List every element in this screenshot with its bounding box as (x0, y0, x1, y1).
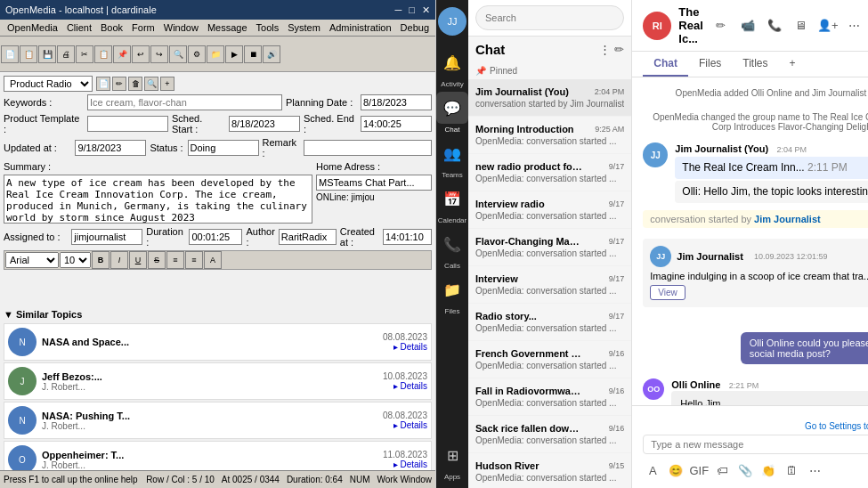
sidebar-item-chat[interactable]: 💬 Chat (436, 92, 468, 134)
author-input[interactable] (279, 229, 337, 245)
menu-debug[interactable]: Debug (397, 21, 433, 34)
strikethrough-btn[interactable]: S (148, 251, 166, 269)
more-icon[interactable]: ⋯ (805, 460, 824, 480)
user-avatar[interactable]: JJ (438, 7, 466, 36)
font-select[interactable]: Arial (5, 252, 59, 268)
align-center-btn[interactable]: ≡ (185, 251, 203, 269)
align-left-btn[interactable]: ≡ (166, 251, 184, 269)
toolbar-btn-7[interactable]: 📌 (113, 45, 131, 63)
emoji-icon[interactable]: 😊 (666, 460, 685, 480)
menu-openMedia[interactable]: OpenMedia (4, 21, 61, 34)
menu-admin[interactable]: Administration (326, 21, 395, 34)
sidebar-item-files[interactable]: 📁 Files (436, 273, 468, 315)
toolbar-btn-6[interactable]: 📋 (94, 45, 112, 63)
chat-item-morning[interactable]: Morning Introduction 9:25 AM OpenMedia: … (468, 117, 631, 154)
toolbar-btn-5[interactable]: ✂ (76, 45, 93, 63)
new-chat-icon[interactable]: ✏ (614, 43, 624, 56)
topic-item-opp[interactable]: O Oppenheimer: T... J. Robert... 11.08.2… (4, 441, 432, 470)
assigned-input[interactable] (71, 229, 142, 245)
activate-windows-link[interactable]: Go to Settings to activate Windows. (805, 421, 868, 431)
remark-input[interactable] (304, 140, 432, 156)
attach-icon[interactable]: 📎 (735, 460, 755, 480)
tab-chat[interactable]: Chat (643, 52, 688, 77)
toolbar-btn-4[interactable]: 🖨 (57, 45, 75, 63)
updated-input[interactable] (75, 140, 146, 156)
more-format-btn[interactable]: A (204, 251, 222, 269)
sidebar-item-activity[interactable]: 🔔 Activity (436, 46, 468, 88)
chat-item-radiostory[interactable]: Radio story... 9/17 OpenMedia: conversat… (468, 304, 631, 341)
menu-message[interactable]: Message (204, 21, 251, 34)
tab-add[interactable]: + (779, 52, 807, 77)
details-link-opp[interactable]: ▸ Details (393, 460, 427, 469)
product-type-select[interactable]: Product Radio (4, 76, 93, 92)
details-link-nasa[interactable]: ▸ Details (393, 342, 427, 352)
product-action-2[interactable]: ✏ (112, 77, 126, 91)
minimize-icon[interactable]: ─ (395, 4, 402, 16)
product-action-5[interactable]: + (160, 77, 174, 91)
chat-item-radio[interactable]: new radio product for ice ... 9/17 OpenM… (468, 154, 631, 191)
tab-titles[interactable]: Titles (732, 52, 778, 77)
menu-system[interactable]: System (284, 21, 324, 34)
details-link-nasa2[interactable]: ▸ Details (393, 420, 427, 430)
gif-icon[interactable]: GIF (689, 460, 709, 480)
toolbar-btn-13[interactable]: ▶ (225, 45, 243, 63)
maximize-icon[interactable]: □ (409, 4, 415, 16)
tab-files[interactable]: Files (688, 52, 732, 77)
product-action-1[interactable]: 📄 (96, 77, 110, 91)
message-input[interactable] (651, 439, 868, 450)
toolbar-btn-15[interactable]: 🔊 (263, 45, 280, 63)
phone-icon[interactable]: 📞 (764, 15, 785, 37)
menu-client[interactable]: Client (63, 21, 95, 34)
chat-item-french[interactable]: French Government to Pr... 9/16 OpenMedi… (468, 341, 631, 378)
praise-icon[interactable]: 👏 (758, 460, 778, 480)
sidebar-item-apps[interactable]: ⊞ Apps (436, 439, 468, 481)
status-input[interactable] (188, 140, 259, 156)
keywords-input[interactable] (87, 94, 282, 110)
home-address-input[interactable] (316, 175, 432, 191)
toolbar-btn-8[interactable]: ↩ (132, 45, 150, 63)
sched-start-input[interactable] (229, 116, 300, 132)
underline-btn[interactable]: U (129, 251, 147, 269)
menu-tools[interactable]: Tools (253, 21, 283, 34)
chat-item-fall[interactable]: Fall in Radiovormwald Ang... 9/16 OpenMe… (468, 378, 631, 416)
topic-item-nasa2[interactable]: N NASA: Pushing T... J. Robert... 08.08.… (4, 402, 432, 439)
summary-textarea[interactable]: A new type of ice cream has been develop… (4, 175, 312, 224)
toolbar-btn-14[interactable]: ⏹ (244, 45, 262, 63)
sidebar-item-teams[interactable]: 👥 Teams (436, 137, 468, 179)
close-icon[interactable]: ✕ (422, 4, 430, 16)
toolbar-btn-11[interactable]: ⚙ (188, 45, 206, 63)
created-input[interactable] (383, 229, 432, 245)
video-icon[interactable]: 📹 (737, 15, 758, 37)
chat-item-jim[interactable]: Jim Journalist (You) 2:04 PM conversatio… (468, 79, 631, 117)
chat-item-flavor[interactable]: Flavor-Changing Magic T... 9/17 OpenMedi… (468, 229, 631, 266)
sidebar-item-calendar[interactable]: 📅 Calendar (436, 183, 468, 224)
sticker-icon[interactable]: 🏷 (712, 460, 732, 480)
topic-item-nasa[interactable]: N NASA and Space... 08.08.2023 ▸ Details (4, 323, 432, 361)
toolbar-btn-12[interactable]: 📁 (207, 45, 224, 63)
teams-search-input[interactable] (475, 5, 624, 30)
schedule-icon[interactable]: 🗓 (782, 460, 801, 480)
add-people-icon[interactable]: 👤+ (817, 15, 839, 37)
more-options-icon[interactable]: ⋯ (844, 15, 865, 37)
menu-form[interactable]: Form (128, 21, 158, 34)
menu-window[interactable]: Window (160, 21, 202, 34)
toolbar-btn-3[interactable]: 💾 (38, 45, 56, 63)
sched-end-input[interactable] (361, 116, 432, 132)
bold-btn[interactable]: B (92, 251, 110, 269)
toolbar-btn-2[interactable]: 📋 (20, 45, 37, 63)
product-action-4[interactable]: 🔍 (144, 77, 158, 91)
view-button[interactable]: View (650, 285, 685, 300)
topic-item-jeff[interactable]: J Jeff Bezos:... J. Robert... 10.08.2023… (4, 362, 432, 400)
toolbar-btn-9[interactable]: ↪ (150, 45, 168, 63)
chat-item-sack[interactable]: Sack rice fallen down in C... 9/16 OpenM… (468, 416, 631, 453)
chat-item-interview2[interactable]: Interview 9/17 OpenMedia: conversation s… (468, 266, 631, 304)
chat-item-interview[interactable]: Interview radio 9/17 OpenMedia: conversa… (468, 191, 631, 229)
font-size-select[interactable]: 10 (60, 252, 91, 268)
format-icon[interactable]: A (643, 460, 662, 480)
toolbar-btn-1[interactable]: 📄 (1, 45, 19, 63)
template-input[interactable] (87, 116, 168, 132)
italic-btn[interactable]: I (110, 251, 128, 269)
sidebar-item-calls[interactable]: 📞 Calls (436, 228, 468, 270)
chat-filter-icon[interactable]: ⋮ (599, 43, 611, 56)
edit-conv-icon[interactable]: ✏ (710, 15, 732, 37)
